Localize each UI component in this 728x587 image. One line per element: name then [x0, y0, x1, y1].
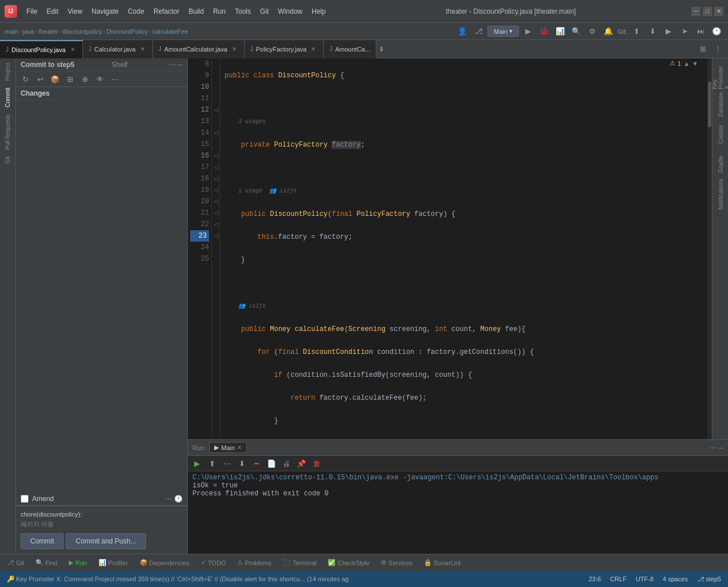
tab-amountca[interactable]: J AmountCa...	[324, 40, 376, 58]
git-arrow-icon[interactable]: ➤	[678, 25, 691, 38]
breadcrumb-java[interactable]: java	[23, 28, 34, 35]
amend-clock-icon[interactable]: 🕐	[174, 495, 183, 503]
terminal-tab-close[interactable]: ✕	[237, 444, 242, 451]
branch-button[interactable]: Main ▾	[487, 26, 519, 37]
scroll-up-icon[interactable]: ▲	[683, 60, 690, 67]
debug-button[interactable]: 🐞	[537, 25, 551, 38]
shelf-label[interactable]: Shelf	[112, 61, 127, 69]
search-button[interactable]: 🔍	[569, 25, 583, 38]
profile-button[interactable]: 📊	[553, 25, 567, 38]
toolbar-more-icon[interactable]: ⋯	[108, 73, 121, 85]
tab-discountpolicy[interactable]: J DiscountPolicy.java ✕	[0, 40, 83, 58]
run-clear-icon[interactable]: ━	[250, 457, 263, 470]
breadcrumb-discountpolicy[interactable]: discountpolicy	[62, 28, 102, 35]
user-icon[interactable]: 👤	[455, 25, 469, 38]
commit-message-line2[interactable]: 패키지 이동	[21, 520, 183, 529]
amend-history-icon[interactable]: ⋯	[165, 495, 172, 503]
bottom-run[interactable]: ▶ Run	[66, 558, 89, 568]
commit-to-label[interactable]: Commit to step5	[21, 61, 74, 69]
status-encoding[interactable]: CRLF	[608, 574, 629, 584]
tab-amountcalculator[interactable]: J AmountCalculator.java ✕	[153, 40, 245, 58]
tab-close-discountpolicy[interactable]: ✕	[69, 46, 77, 54]
minimize-button[interactable]: ─	[691, 7, 701, 16]
terminal-tab-main[interactable]: ▶ Main ✕	[209, 442, 247, 453]
git-pull-icon[interactable]: ⬇	[646, 25, 659, 38]
menu-file[interactable]: File	[22, 5, 42, 18]
run-trash-icon[interactable]: 🗑	[309, 457, 323, 470]
rollback-icon[interactable]: ↩	[33, 73, 47, 85]
sidebar-item-project[interactable]: Project	[5, 61, 11, 83]
editor-layout-icon[interactable]: ⊞	[696, 43, 710, 56]
bottom-checkstyle[interactable]: ✅ CheckStyle	[325, 558, 372, 568]
bottom-git[interactable]: ⎇ Git	[5, 558, 26, 568]
refresh-icon[interactable]: ↻	[18, 73, 32, 85]
commit-button[interactable]: Commit	[21, 533, 64, 549]
tab-close-policy[interactable]: ✕	[309, 45, 317, 53]
gradle-panel[interactable]: Gradle	[714, 150, 727, 179]
branch-icon[interactable]: ⎇	[471, 25, 485, 38]
menu-help[interactable]: Help	[307, 5, 330, 18]
commit-push-button[interactable]: Commit and Push...	[66, 533, 145, 549]
tab-scroll-down[interactable]: ⬇	[376, 45, 387, 53]
notifications-panel[interactable]: Notifications	[714, 180, 727, 208]
tab-close-calculator[interactable]: ✕	[139, 45, 147, 53]
tab-calculator[interactable]: J Calculator.java ✕	[83, 40, 153, 58]
git-forward-icon[interactable]: ⏭	[694, 25, 707, 38]
bottom-services[interactable]: ⚙ Services	[379, 558, 415, 568]
menu-view[interactable]: View	[63, 5, 87, 18]
run-rerun-icon[interactable]: ⬇	[235, 457, 249, 470]
breadcrumb-class[interactable]: DiscountPolicy	[107, 28, 148, 35]
maximize-button[interactable]: □	[703, 7, 712, 16]
sidebar-item-pullrequests[interactable]: Pull Requests	[5, 112, 11, 152]
breadcrumb[interactable]: main › java › theater › discountpolicy ›…	[5, 28, 188, 35]
tab-close-amount[interactable]: ✕	[230, 45, 238, 53]
terminal-minimize-icon[interactable]: ─	[718, 444, 723, 452]
run-pin-icon[interactable]: 📌	[294, 457, 308, 470]
menu-bar[interactable]: File Edit View Navigate Code Refactor Bu…	[22, 5, 330, 18]
bottom-sonarlint[interactable]: 🔒 SonarLint	[422, 558, 463, 568]
bottom-find[interactable]: 🔍 Find	[33, 558, 60, 568]
view-options-icon[interactable]: 👁	[93, 73, 107, 85]
expand-icon[interactable]: ⊕	[78, 73, 92, 85]
status-indent[interactable]: 4 spaces	[660, 574, 690, 584]
breadcrumb-theater[interactable]: theater	[38, 28, 58, 35]
menu-build[interactable]: Build	[184, 5, 208, 18]
status-keypromoter[interactable]: 🔑 Key Promoter X: Command Project missed…	[5, 574, 351, 584]
run-stop-icon[interactable]: ⋯	[220, 457, 234, 470]
run-scroll-up-icon[interactable]: ⬆	[205, 457, 219, 470]
menu-run[interactable]: Run	[208, 5, 230, 18]
menu-refactor[interactable]: Refactor	[149, 5, 184, 18]
menu-git[interactable]: Git	[255, 5, 273, 18]
git-more-icon[interactable]: ▶	[662, 25, 675, 38]
bottom-todo[interactable]: ✓ TODO	[199, 558, 229, 568]
close-button[interactable]: ✕	[714, 7, 723, 16]
git-push-icon[interactable]: ⬆	[629, 25, 643, 38]
menu-tools[interactable]: Tools	[230, 5, 255, 18]
key-promoter-panel[interactable]: Key Promoter X	[714, 61, 727, 89]
status-charset[interactable]: UTF-8	[633, 574, 656, 584]
commit-message-line1[interactable]: chore(discountpolicy):	[21, 511, 183, 518]
run-play-button[interactable]: ▶	[190, 457, 204, 470]
bottom-dependencies[interactable]: 📦 Dependencies	[137, 558, 192, 568]
sidebar-more-icon[interactable]: ⋯	[169, 61, 176, 69]
menu-edit[interactable]: Edit	[42, 5, 63, 18]
amend-checkbox[interactable]	[21, 495, 29, 503]
breadcrumb-main[interactable]: main	[5, 28, 18, 35]
breadcrumb-method[interactable]: calculateFee	[152, 28, 188, 35]
diff-icon[interactable]: ⊞	[63, 73, 77, 85]
bottom-problems[interactable]: ⚠ Problems	[235, 558, 273, 568]
run-filter-icon[interactable]: 📄	[265, 457, 278, 470]
bottom-terminal[interactable]: ⬛ Terminal	[281, 558, 319, 568]
tab-policyfactory[interactable]: J PolicyFactory.java ✕	[245, 40, 324, 58]
menu-code[interactable]: Code	[123, 5, 149, 18]
codota-panel[interactable]: Codota	[714, 120, 727, 149]
database-panel[interactable]: Database	[714, 90, 727, 119]
code-editor[interactable]: public class DiscountPolicy { 3 usages p…	[220, 58, 707, 439]
stash-icon[interactable]: 📦	[48, 73, 62, 85]
editor-more-icon[interactable]: ⋮	[711, 43, 725, 56]
notification-icon[interactable]: 🔔	[601, 25, 615, 38]
settings-icon[interactable]: ⚙	[585, 25, 599, 38]
history-icon[interactable]: 🕐	[710, 25, 723, 38]
window-controls[interactable]: ─ □ ✕	[691, 7, 723, 16]
menu-navigate[interactable]: Navigate	[87, 5, 123, 18]
